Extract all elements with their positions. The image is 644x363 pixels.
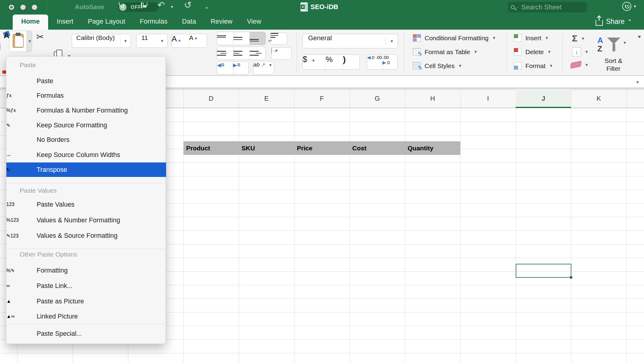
- menu-item-formulas[interactable]: ƒxFormulas: [6, 88, 166, 103]
- menu-item-keep-source-column-widths[interactable]: ↔Keep Source Column Widths: [6, 148, 166, 162]
- merge-cells-button[interactable]: ↔ ▼: [271, 47, 292, 60]
- align-middle-button[interactable]: [233, 32, 250, 45]
- fill-dropdown-icon[interactable]: ▼: [585, 50, 589, 54]
- column-header-i[interactable]: I: [460, 88, 516, 108]
- feedback-dropdown-icon[interactable]: ▼: [633, 4, 637, 8]
- header-cell-quantity[interactable]: Quantity: [405, 141, 460, 155]
- paste-dropdown-strip[interactable]: ▼: [27, 31, 32, 52]
- menu-item-keep-source-formatting[interactable]: ✎Keep Source Formatting: [6, 118, 166, 132]
- delete-cells-button[interactable]: Delete▼: [514, 48, 551, 56]
- zoom-window-button[interactable]: [31, 4, 38, 11]
- column-header-k[interactable]: K: [571, 88, 626, 108]
- cut-icon[interactable]: ✂: [36, 31, 44, 42]
- save-icon[interactable]: [141, 3, 142, 8]
- align-top-button[interactable]: [217, 32, 233, 45]
- header-cell-price[interactable]: Price: [294, 141, 350, 155]
- align-left-button[interactable]: [217, 47, 233, 60]
- font-size-dropdown-icon[interactable]: ▼: [160, 39, 164, 43]
- header-cell-product[interactable]: Product: [183, 141, 239, 155]
- undo-dropdown-icon[interactable]: ▼: [170, 5, 174, 9]
- redo-icon[interactable]: ↺: [184, 1, 192, 9]
- format-cells-button[interactable]: Format▼: [514, 62, 553, 70]
- format-as-table-button[interactable]: ✎ Format as Table▼: [413, 48, 478, 56]
- align-center-button[interactable]: [233, 47, 250, 60]
- clear-dropdown-icon[interactable]: ▼: [585, 63, 589, 67]
- menu-item-values-source-formatting[interactable]: ✎123Values & Source Formatting: [6, 228, 166, 243]
- orientation-dropdown-icon[interactable]: ▼: [268, 63, 272, 67]
- undo-icon[interactable]: ↶: [157, 1, 165, 9]
- menu-item-transpose[interactable]: ↻Transpose: [6, 162, 166, 177]
- tab-insert[interactable]: Insert: [56, 15, 74, 30]
- cell-styles-button[interactable]: ✎ Cell Styles▼: [413, 62, 462, 70]
- number-format-select[interactable]: General ▼: [302, 34, 398, 48]
- autosum-dropdown-icon[interactable]: ▼: [581, 36, 585, 41]
- decrease-font-button[interactable]: A▼: [189, 34, 207, 47]
- font-color-dropdown-icon[interactable]: ▼: [638, 34, 642, 39]
- fill-handle[interactable]: [570, 276, 573, 279]
- currency-dropdown-icon[interactable]: ▼: [311, 58, 315, 63]
- minimize-window-button[interactable]: [20, 4, 26, 11]
- menu-item-formatting[interactable]: %✎Formatting: [6, 263, 166, 278]
- cell-styles-icon: ✎: [413, 62, 421, 70]
- tab-formulas[interactable]: Formulas: [139, 15, 168, 30]
- fill-button[interactable]: ↓ ▼: [572, 47, 589, 56]
- sort-filter-dropdown-icon[interactable]: ▼: [623, 41, 627, 45]
- sort-filter-button[interactable]: A Z ▼ Sort & Filter: [594, 35, 633, 74]
- currency-format-button[interactable]: $ ▼: [303, 55, 326, 69]
- column-header-j[interactable]: J: [516, 88, 571, 108]
- conditional-formatting-button[interactable]: Conditional Formatting▼: [413, 34, 496, 42]
- align-right-button[interactable]: [250, 47, 265, 60]
- menu-item-paste-special[interactable]: Paste Special...: [6, 326, 166, 341]
- number-format-dropdown-icon[interactable]: ▼: [390, 39, 394, 44]
- share-button[interactable]: Share ⌃: [596, 18, 632, 26]
- column-header-f[interactable]: F: [294, 88, 350, 108]
- insert-cells-button[interactable]: Insert▼: [514, 34, 549, 42]
- column-header-d[interactable]: D: [183, 88, 239, 108]
- menu-item-paste-as-picture[interactable]: ▲Paste as Picture: [6, 294, 166, 309]
- menu-item-paste-link[interactable]: ∞Paste Link...: [6, 279, 166, 293]
- tab-review[interactable]: Review: [210, 15, 233, 30]
- header-cell-cost[interactable]: Cost: [350, 141, 405, 155]
- selected-cell[interactable]: [516, 264, 571, 278]
- column-header-g[interactable]: G: [350, 88, 405, 108]
- row-header-19[interactable]: 19: [0, 359, 17, 363]
- font-family-select[interactable]: Calibri (Body) ▼: [72, 34, 131, 48]
- autosum-button[interactable]: Σ ▼: [572, 33, 585, 44]
- column-header-e[interactable]: E: [239, 88, 294, 108]
- search-input[interactable]: ⌄ Search Sheet: [508, 2, 587, 12]
- clear-button[interactable]: ▼: [571, 62, 589, 68]
- text-orientation-button[interactable]: ab ↗ ▼: [253, 61, 274, 74]
- header-cell-sku[interactable]: SKU: [239, 141, 294, 155]
- increase-decimal-button[interactable]: .00 ▶.0: [383, 55, 397, 69]
- decrease-indent-button[interactable]: ◀≡: [217, 61, 233, 74]
- decrease-decimal-button[interactable]: ◀.0 .00: [367, 55, 383, 69]
- autosave-toggle[interactable]: OFF: [118, 2, 159, 12]
- feedback-button[interactable]: ▼: [622, 2, 637, 11]
- menu-item-no-borders[interactable]: No Borders: [6, 132, 166, 147]
- align-bottom-button[interactable]: [250, 32, 265, 45]
- table-header-row[interactable]: ProductSKUPriceCostQuantity: [183, 141, 460, 155]
- comma-format-button[interactable]: ): [343, 55, 360, 69]
- tab-page-layout[interactable]: Page Layout: [87, 15, 126, 30]
- menu-item-formulas-number-formatting[interactable]: %ƒxFormulas & Number Formatting: [6, 103, 166, 118]
- percent-format-button[interactable]: %: [326, 55, 343, 69]
- menu-item-paste-values[interactable]: 123Paste Values: [6, 197, 166, 212]
- menu-item-paste[interactable]: Paste: [6, 74, 166, 88]
- increase-font-button[interactable]: A▲: [172, 34, 189, 47]
- new-workbook-icon[interactable]: [121, 3, 122, 8]
- tab-home[interactable]: Home: [13, 15, 48, 30]
- tab-data[interactable]: Data: [181, 15, 196, 30]
- column-header-h[interactable]: H: [405, 88, 460, 108]
- font-family-dropdown-icon[interactable]: ▼: [123, 39, 127, 43]
- collapse-ribbon-chevron-icon[interactable]: ⌃: [628, 18, 632, 25]
- search-scope-chevron-icon[interactable]: ⌄: [516, 5, 519, 9]
- formula-bar-expand-icon[interactable]: ▼: [635, 80, 640, 85]
- paste-button[interactable]: ▼: [9, 31, 32, 52]
- menu-item-linked-picture[interactable]: ▲∞Linked Picture: [6, 309, 166, 324]
- wrap-text-button[interactable]: ↩: [270, 33, 287, 45]
- font-size-select[interactable]: 11 ▼: [136, 34, 168, 48]
- increase-indent-button[interactable]: ▶≡: [233, 61, 248, 74]
- tab-view[interactable]: View: [246, 15, 262, 30]
- menu-item-values-number-formatting[interactable]: %123Values & Number Formatting: [6, 213, 166, 227]
- close-window-button[interactable]: [8, 4, 15, 11]
